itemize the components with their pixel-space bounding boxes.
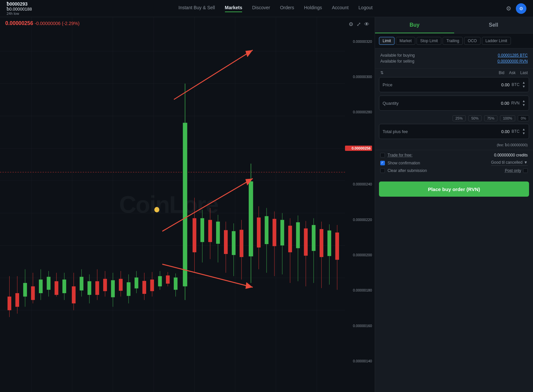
top-navigation: ƀ0000293 ƀ0.00000188 24h low Instant Buy… — [0, 0, 533, 17]
available-buying-row: Available for buying 0.00001285 BTC — [380, 53, 528, 58]
total-label: Total plus fee — [383, 129, 501, 134]
place-buy-order-button[interactable]: Place buy order (RVN) — [379, 182, 529, 197]
chart-current-price: 0.00000256 — [5, 20, 35, 26]
order-tab-limit[interactable]: Limit — [379, 37, 394, 45]
order-tab-ladder[interactable]: Ladder Limit — [482, 37, 511, 45]
svg-rect-91 — [296, 222, 300, 248]
nav-instant-buy[interactable]: Instant Buy & Sell — [178, 5, 215, 12]
chart-header: 0.00000256 -0.00000006 (-2.29%) — [5, 20, 79, 26]
nav-right-actions: ⚙ ⚙ — [506, 3, 526, 14]
post-only-checkbox[interactable] — [523, 168, 528, 173]
chart-eye-icon[interactable]: 👁 — [364, 21, 369, 27]
svg-rect-67 — [201, 218, 204, 242]
chart-price-change: -0.00000006 (-2.29%) — [35, 21, 79, 26]
nav-discover[interactable]: Discover — [252, 5, 270, 12]
svg-rect-25 — [31, 286, 35, 300]
quantity-field: Quantity 0.00 RVN ▲ ▼ — [379, 96, 529, 111]
quantity-up-btn[interactable]: ▲ — [522, 99, 525, 103]
available-buying-label: Available for buying — [380, 53, 415, 58]
quantity-label: Quantity — [383, 101, 501, 106]
pct-50-btn[interactable]: 50% — [468, 115, 482, 121]
chart-expand-icon[interactable]: ⤢ — [357, 21, 361, 27]
svg-rect-77 — [239, 230, 243, 257]
show-confirmation-row: Show confirmation Good til cancelled ▼ — [380, 160, 528, 166]
price-value[interactable]: 0.00 — [501, 82, 510, 87]
show-confirmation-checkbox[interactable] — [380, 161, 385, 165]
ticker-symbol: ƀ0000293 — [7, 1, 32, 7]
gtc-label: Good til cancelled — [491, 160, 522, 165]
buy-sell-tabs: Buy Sell — [375, 17, 533, 34]
order-type-tabs: Limit Market Stop Limit Trailing OCO Lad… — [375, 34, 533, 48]
price-up-btn[interactable]: ▲ — [522, 81, 525, 85]
quantity-down-btn[interactable]: ▼ — [522, 103, 525, 107]
available-selling-row: Available for selling 0.00000000 RVN — [380, 59, 528, 64]
fee-line: (fee: ƀ0.00000000) — [375, 142, 533, 150]
pct-75-btn[interactable]: 75% — [484, 115, 497, 121]
nav-markets[interactable]: Markets — [225, 5, 242, 12]
ticker-info: ƀ0000293 ƀ0.00000188 24h low — [7, 1, 32, 15]
svg-rect-101 — [335, 233, 339, 260]
bid-label: Bid — [499, 70, 504, 75]
chart-settings-icon[interactable]: ⚙ — [349, 21, 353, 27]
trade-free-label[interactable]: Trade for free: — [388, 153, 413, 157]
show-conf-left: Show confirmation — [380, 161, 420, 165]
svg-rect-33 — [62, 280, 66, 293]
order-tab-trailing[interactable]: Trailing — [443, 37, 463, 45]
user-avatar[interactable]: ⚙ — [516, 3, 526, 14]
svg-rect-97 — [320, 229, 323, 257]
nav-holdings[interactable]: Holdings — [304, 5, 322, 12]
last-label: Last — [520, 70, 528, 75]
total-up-btn[interactable]: ▲ — [522, 127, 525, 131]
order-tab-stop-limit[interactable]: Stop Limit — [417, 37, 441, 45]
clear-after-checkbox[interactable] — [380, 168, 385, 173]
price-label: 24h low — [7, 12, 32, 15]
post-only-label: Post only — [505, 168, 521, 173]
sell-tab[interactable]: Sell — [454, 17, 533, 33]
price-label: Price — [383, 82, 501, 87]
svg-rect-65 — [193, 218, 196, 252]
svg-rect-51 — [135, 277, 138, 288]
price-300: 0.00000300 — [345, 75, 372, 79]
price-140: 0.00000140 — [345, 359, 372, 363]
clear-left: Clear after submission — [380, 168, 427, 173]
svg-rect-45 — [111, 280, 115, 297]
filter-icon[interactable]: ⇅ — [380, 70, 384, 75]
trade-free-checkbox[interactable] — [380, 153, 385, 157]
gtc-dropdown[interactable]: Good til cancelled ▼ — [491, 160, 528, 166]
svg-rect-47 — [119, 279, 122, 291]
price-axis: 0.00000320 0.00000300 0.00000280 0.00000… — [345, 17, 375, 392]
svg-rect-71 — [216, 222, 220, 244]
price-240: 0.00000240 — [345, 182, 372, 186]
nav-orders[interactable]: Orders — [280, 5, 294, 12]
post-only-right: Post only — [505, 168, 528, 173]
buy-tab[interactable]: Buy — [375, 17, 454, 33]
price-stepper: ▲ ▼ — [522, 81, 525, 89]
svg-rect-75 — [232, 231, 235, 255]
ticker-price: ƀ0.00000188 — [7, 7, 32, 12]
settings-icon[interactable]: ⚙ — [506, 5, 511, 12]
total-value[interactable]: 0.00 — [501, 129, 510, 134]
total-down-btn[interactable]: ▼ — [522, 131, 525, 135]
nav-logout[interactable]: Logout — [359, 5, 373, 12]
order-tab-market[interactable]: Market — [396, 37, 415, 45]
svg-rect-57 — [158, 276, 162, 286]
svg-rect-49 — [127, 282, 130, 296]
pct-25-btn[interactable]: 25% — [453, 115, 466, 121]
svg-rect-39 — [87, 281, 91, 295]
chart-area: 0.00000256 -0.00000006 (-2.29%) ⚙ ⤢ 👁 Co… — [0, 17, 375, 392]
quantity-value[interactable]: 0.00 — [501, 101, 509, 106]
quantity-stepper: ▲ ▼ — [522, 99, 525, 107]
price-160: 0.00000160 — [345, 324, 372, 328]
price-down-btn[interactable]: ▼ — [522, 85, 525, 89]
available-selling-value: 0.00000000 RVN — [497, 59, 528, 64]
svg-rect-79 — [249, 182, 253, 257]
svg-rect-27 — [39, 280, 43, 293]
price-280: 0.00000280 — [345, 110, 372, 114]
trade-free-row: Trade for free: 0.00000000 credits — [380, 153, 528, 157]
gtc-chevron: ▼ — [524, 160, 528, 165]
pct-100-btn[interactable]: 100% — [500, 115, 515, 121]
clear-post-row: Clear after submission Post only — [380, 168, 528, 173]
order-tab-oco[interactable]: OCO — [464, 37, 480, 45]
svg-rect-69 — [208, 220, 212, 242]
nav-account[interactable]: Account — [332, 5, 349, 12]
